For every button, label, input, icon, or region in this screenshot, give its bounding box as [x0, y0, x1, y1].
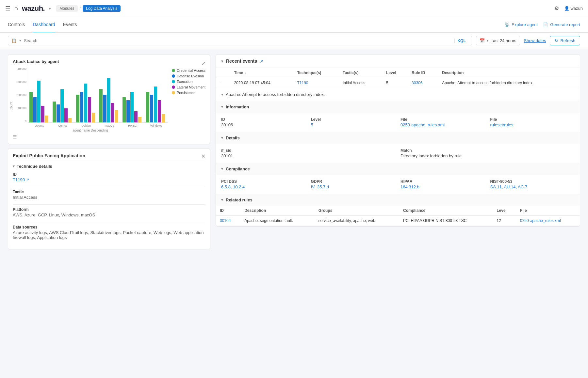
bar	[37, 81, 41, 122]
legend-persistence: Persistence	[177, 91, 195, 95]
gdpr-link[interactable]: IV_35.7.d	[311, 184, 329, 189]
chevron-down-icon: ▾	[221, 198, 223, 202]
logo-chevron-icon[interactable]: ▾	[49, 6, 51, 11]
home-icon[interactable]: ⌂	[14, 5, 18, 12]
compliance-nist: NIST-800-53 SA.11, AU.14, AC.7	[490, 179, 575, 189]
bar	[162, 114, 165, 122]
col-ruleid: Rule ID	[408, 68, 438, 78]
breadcrumb-current[interactable]: Log Data Analysis	[83, 5, 121, 12]
tab-events[interactable]: Events	[63, 17, 77, 32]
show-dates-button[interactable]: Show dates	[524, 38, 546, 43]
file-link-1[interactable]: 0250-apache_rules.xml	[400, 122, 445, 127]
information-header[interactable]: ▾ Information	[216, 101, 580, 113]
chevron-down-icon: ▾	[221, 167, 223, 171]
col-tactic: Tactic(s)	[339, 68, 382, 78]
sec-nav-right: 📡 Explore agent 📄 Generate report	[504, 22, 580, 27]
expand-chart-icon[interactable]: ⤢	[202, 61, 205, 66]
related-rules-label: Related rules	[226, 197, 253, 202]
hamburger-menu[interactable]: ☰	[5, 5, 10, 12]
collapse-icon[interactable]: ▾	[221, 59, 223, 64]
compliance-header[interactable]: ▾ Compliance	[216, 163, 580, 175]
related-rule-desc: Apache: segmentation fault.	[240, 216, 314, 226]
x-label: Ubuntu	[28, 124, 51, 127]
bar	[84, 84, 87, 122]
bar	[99, 89, 103, 122]
chevron-left-icon[interactable]: ◂	[221, 92, 223, 97]
info-file2: File ruleset/rules	[490, 117, 575, 127]
col-level: Level	[382, 68, 408, 78]
col-id: ID	[216, 206, 240, 216]
col-level: Level	[493, 206, 516, 216]
nav-right: ⚙ 👤 wazuh	[554, 5, 583, 11]
event-technique: T1190	[293, 78, 339, 88]
row-expand-icon[interactable]: −	[220, 81, 222, 85]
file-icon: 📋	[11, 38, 17, 43]
bar	[158, 100, 161, 122]
table-row: − 2020-08-19 07:45:04 T1190 Initial Acce…	[216, 78, 580, 88]
chevron-down-icon: ▾	[13, 164, 15, 168]
left-panel: Attack tactics by agent ⤢ Count 40,00030…	[8, 54, 210, 249]
bar	[154, 87, 157, 122]
bar	[53, 102, 56, 122]
col-desc: Description	[240, 206, 314, 216]
tab-dashboard[interactable]: Dashboard	[33, 17, 55, 32]
tab-controls[interactable]: Controls	[8, 17, 25, 32]
technique-id-link[interactable]: T1190 ↗	[13, 177, 205, 182]
chart-title: Attack tactics by agent	[13, 59, 59, 64]
refresh-button[interactable]: ↻ Refresh	[550, 36, 580, 45]
col-time: Time ↓	[230, 68, 293, 78]
external-link-icon[interactable]: ↗	[260, 59, 263, 64]
explore-agent-button[interactable]: 📡 Explore agent	[504, 22, 538, 27]
exploit-panel: Exploit Public-Facing Application ✕ ▾ Te…	[8, 148, 210, 249]
hipaa-link[interactable]: 164.312.b	[400, 184, 419, 189]
bar	[45, 116, 48, 122]
logo: wazuh.	[22, 4, 45, 13]
close-button[interactable]: ✕	[201, 153, 205, 159]
nist-link[interactable]: SA.11, AU.14, AC.7	[490, 184, 527, 189]
col-compliance: Compliance	[399, 206, 493, 216]
generate-report-button[interactable]: 📄 Generate report	[543, 22, 580, 27]
calendar-chevron-icon[interactable]: ▾	[487, 39, 489, 43]
bar	[115, 110, 118, 122]
level-link[interactable]: 5	[311, 122, 313, 127]
field-data-sources: Data sources Azure activity logs, AWS Cl…	[13, 225, 205, 240]
info-id: ID 30106	[221, 117, 306, 127]
breadcrumb-modules[interactable]: Modules	[56, 5, 77, 12]
list-view-icon[interactable]: ☰	[13, 134, 17, 139]
compliance-pci: PCI DSS 6.5.8, 10.2.4	[221, 179, 306, 189]
right-panel: ▾ Recent events ↗ Time ↓ Technique(s) Ta…	[216, 54, 580, 249]
kql-badge[interactable]: KQL	[454, 39, 468, 43]
file-link-2[interactable]: ruleset/rules	[490, 122, 514, 127]
compliance-section: ▾ Compliance PCI DSS 6.5.8, 10.2.4 GDPR …	[216, 163, 580, 194]
sort-icon[interactable]: ↓	[245, 71, 247, 75]
antenna-icon: 📡	[504, 22, 510, 27]
x-label: Centos	[51, 124, 75, 127]
related-rules-header[interactable]: ▾ Related rules	[216, 194, 580, 206]
time-label: Last 24 hours	[491, 38, 516, 43]
field-platform: Platform AWS, Azure, GCP, Linux, Windows…	[13, 207, 205, 217]
details-section: ▾ Details if_sid 30101 Match Directory i…	[216, 132, 580, 163]
bar	[138, 117, 141, 122]
technique-link[interactable]: T1190	[297, 81, 308, 85]
bar	[134, 111, 138, 122]
exploit-title: Exploit Public-Facing Application	[13, 153, 85, 158]
details-header[interactable]: ▾ Details	[216, 132, 580, 144]
file-chevron-icon[interactable]: ▾	[19, 39, 21, 43]
col-expand	[216, 68, 230, 78]
settings-icon[interactable]: ⚙	[554, 5, 559, 11]
chart-card: Attack tactics by agent ⤢ Count 40,00030…	[8, 54, 210, 144]
event-level: 5	[382, 78, 408, 88]
pci-link[interactable]: 6.5.8, 10.2.4	[221, 184, 245, 189]
bar	[57, 104, 60, 122]
time-selector[interactable]: 📅 ▾ Last 24 hours	[476, 36, 520, 45]
related-rule-file-link[interactable]: 0250-apache_rules.xml	[520, 218, 561, 223]
recent-events-title: Recent events	[226, 58, 257, 64]
bar	[41, 106, 44, 122]
search-input[interactable]	[24, 38, 452, 43]
rule-id-link[interactable]: 30306	[412, 81, 422, 85]
related-rule-id-link[interactable]: 30104	[220, 218, 231, 223]
col-file: File	[516, 206, 580, 216]
user-menu[interactable]: 👤 wazuh	[564, 6, 583, 11]
technique-details-header[interactable]: ▾ Technique details	[13, 164, 205, 169]
bar	[92, 113, 95, 122]
